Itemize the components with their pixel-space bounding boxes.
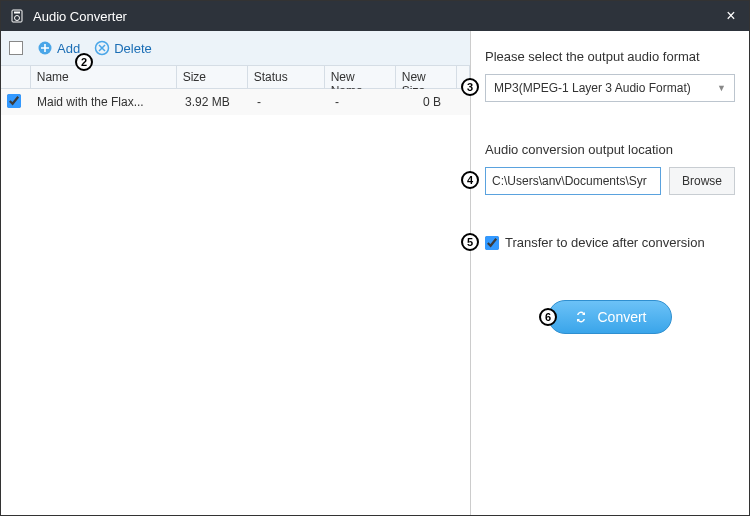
table-header: Name Size Status New Name New Size xyxy=(1,65,470,89)
add-icon xyxy=(37,40,53,56)
cell-newsize: 0 B xyxy=(401,91,463,113)
convert-label: Convert xyxy=(597,309,646,325)
delete-label: Delete xyxy=(114,41,152,56)
col-name[interactable]: Name xyxy=(31,65,177,89)
cell-name: Maid with the Flax... xyxy=(31,91,179,113)
cell-newname: - xyxy=(329,91,401,113)
titlebar: Audio Converter × xyxy=(1,1,749,31)
format-row: 3 MP3(MPEG-1 Layer 3 Audio Format) ▼ xyxy=(485,74,735,102)
badge-6: 6 xyxy=(539,308,557,326)
location-input[interactable] xyxy=(485,167,661,195)
badge-5: 5 xyxy=(461,233,479,251)
badge-2: 2 xyxy=(75,53,93,71)
transfer-label: Transfer to device after conversion xyxy=(505,235,705,250)
delete-button[interactable]: Delete xyxy=(94,40,152,56)
left-pane: Add 2 Delete Name Size Status New Name N… xyxy=(1,31,471,515)
badge-3: 3 xyxy=(461,78,479,96)
toolbar: Add 2 Delete xyxy=(1,31,470,65)
col-size[interactable]: Size xyxy=(177,65,248,89)
convert-icon xyxy=(573,309,589,325)
format-select[interactable]: MP3(MPEG-1 Layer 3 Audio Format) ▼ xyxy=(485,74,735,102)
col-newsize[interactable]: New Size xyxy=(396,65,457,89)
format-label: Please select the output audio format xyxy=(485,49,735,64)
browse-button[interactable]: Browse xyxy=(669,167,735,195)
convert-button[interactable]: Convert xyxy=(548,300,671,334)
transfer-checkbox[interactable] xyxy=(485,236,499,250)
cell-size: 3.92 MB xyxy=(179,91,251,113)
close-icon[interactable]: × xyxy=(721,7,741,25)
content: Add 2 Delete Name Size Status New Name N… xyxy=(1,31,749,515)
window-title: Audio Converter xyxy=(33,9,721,24)
svg-point-1 xyxy=(15,16,20,21)
cell-status: - xyxy=(251,91,329,113)
convert-row: 6 Convert xyxy=(485,300,735,334)
row-checkbox[interactable] xyxy=(7,94,21,108)
add-button[interactable]: Add xyxy=(37,40,80,56)
location-label: Audio conversion output location xyxy=(485,142,735,157)
transfer-row: 5 Transfer to device after conversion xyxy=(485,235,735,250)
app-icon xyxy=(9,8,25,24)
select-all-checkbox[interactable] xyxy=(9,41,23,55)
col-newname[interactable]: New Name xyxy=(325,65,396,89)
format-value: MP3(MPEG-1 Layer 3 Audio Format) xyxy=(494,81,691,95)
col-check xyxy=(1,65,31,89)
right-pane: Please select the output audio format 3 … xyxy=(471,31,749,515)
svg-rect-2 xyxy=(14,12,20,14)
chevron-down-icon: ▼ xyxy=(717,83,726,93)
delete-icon xyxy=(94,40,110,56)
add-label: Add xyxy=(57,41,80,56)
location-row: 4 Browse xyxy=(485,167,735,195)
table-row[interactable]: Maid with the Flax... 3.92 MB - - 0 B xyxy=(1,89,470,115)
col-status[interactable]: Status xyxy=(248,65,325,89)
badge-4: 4 xyxy=(461,171,479,189)
